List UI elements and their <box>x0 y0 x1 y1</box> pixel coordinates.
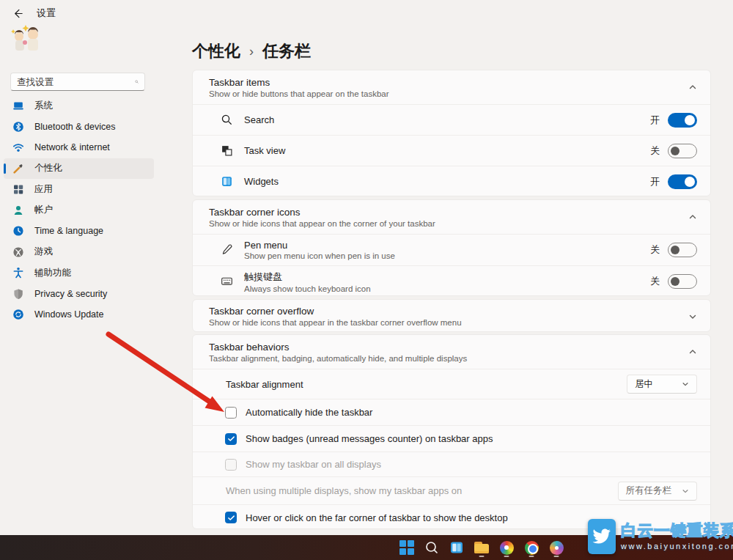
chrome-icon <box>525 541 539 555</box>
chevron-up-icon <box>688 213 697 221</box>
clock-globe-icon <box>12 225 24 237</box>
expander-taskbar-items[interactable]: Taskbar items Show or hide buttons that … <box>193 70 710 104</box>
row-touch-keyboard: 触摸键盘 Always show touch keyboard icon 关 <box>193 265 710 296</box>
row-widgets: Widgets 开 <box>193 166 710 196</box>
row-label: Show badges (unread messages counter) on… <box>246 433 493 444</box>
chrome-button[interactable] <box>523 538 539 557</box>
xbox-icon <box>12 246 24 258</box>
row-label: Taskbar alignment <box>226 379 303 390</box>
sidebar-item-apps[interactable]: 应用 <box>4 179 154 200</box>
row-label: Pen menu <box>244 240 395 251</box>
card-corner-overflow: Taskbar corner overflow Show or hide ico… <box>192 299 711 332</box>
toggle-state-label: 关 <box>650 275 660 288</box>
keyboard-icon <box>221 275 234 288</box>
sidebar-nav: 系统 Bluetooth & devices Network & interne… <box>4 95 154 325</box>
accessibility-person-icon <box>12 267 24 279</box>
widgets-toggle[interactable] <box>668 174 697 189</box>
breadcrumb-root[interactable]: 个性化 <box>192 40 240 62</box>
sidebar-item-gaming[interactable]: 游戏 <box>4 242 154 263</box>
start-button[interactable] <box>399 538 415 557</box>
all-displays-checkbox[interactable] <box>225 459 237 471</box>
settings-window: 设置 系统 Bluetooth & devices <box>0 0 733 560</box>
running-indicator <box>529 556 534 558</box>
expander-corner-overflow[interactable]: Taskbar corner overflow Show or hide ico… <box>193 300 710 332</box>
row-label: Show my taskbar on all displays <box>246 459 381 470</box>
search-glyph-icon <box>221 114 234 127</box>
file-explorer-button[interactable] <box>474 538 490 557</box>
widgets-icon <box>449 540 464 555</box>
sidebar-item-label: 个性化 <box>34 162 62 174</box>
sidebar-item-personalization[interactable]: 个性化 <box>4 158 154 180</box>
chevron-up-icon <box>688 347 697 356</box>
sidebar-item-privacy-security[interactable]: Privacy & security <box>4 284 154 305</box>
page-title: 任务栏 <box>262 40 311 62</box>
show-badges-checkbox[interactable] <box>225 433 237 445</box>
toggle-state-label: 开 <box>650 175 660 188</box>
card-taskbar-items: Taskbar items Show or hide buttons that … <box>192 70 711 196</box>
chevron-down-icon <box>682 487 689 495</box>
system-icon <box>12 100 24 111</box>
taskbar-widgets-button[interactable] <box>449 538 465 557</box>
hover-desktop-checkbox[interactable] <box>225 512 237 523</box>
section-title: Taskbar corner overflow <box>209 306 462 317</box>
sidebar-item-windows-update[interactable]: Windows Update <box>4 304 154 325</box>
row-show-badges: Show badges (unread messages counter) on… <box>193 425 710 452</box>
widgets-icon <box>221 175 234 188</box>
auto-hide-checkbox[interactable] <box>225 407 237 419</box>
taskbar-search-button[interactable] <box>424 538 440 557</box>
sidebar-item-label: 系统 <box>34 100 53 112</box>
watermark-title: 白云一键重装系统 <box>621 523 733 540</box>
paintbrush-icon <box>12 163 24 174</box>
running-indicator <box>479 556 485 558</box>
sidebar-item-label: Network & internet <box>34 142 110 152</box>
sidebar-item-label: Bluetooth & devices <box>34 122 116 132</box>
task-view-toggle[interactable] <box>668 144 697 158</box>
expander-taskbar-behaviors[interactable]: Taskbar behaviors Taskbar alignment, bad… <box>193 335 710 369</box>
wifi-icon <box>12 141 24 153</box>
avatar-image <box>9 22 44 57</box>
sidebar-item-label: 游戏 <box>34 246 53 258</box>
card-taskbar-behaviors: Taskbar behaviors Taskbar alignment, bad… <box>192 334 711 529</box>
folder-icon <box>474 542 489 553</box>
section-subtitle: Show or hide buttons that appear on the … <box>209 89 389 98</box>
sidebar-item-network-internet[interactable]: Network & internet <box>4 137 154 158</box>
expander-corner-icons[interactable]: Taskbar corner icons Show or hide icons … <box>193 200 710 234</box>
sidebar-item-time-language[interactable]: Time & language <box>4 221 154 242</box>
search-icon <box>135 77 139 86</box>
sidebar-item-system[interactable]: 系统 <box>4 95 154 117</box>
settings-search <box>10 73 145 91</box>
sidebar-item-label: Time & language <box>34 226 103 236</box>
search-icon <box>424 540 439 555</box>
sidebar-item-accessibility[interactable]: 辅助功能 <box>4 262 154 284</box>
running-indicator <box>554 556 559 558</box>
dropdown-value: 居中 <box>635 378 653 391</box>
search-toggle[interactable] <box>668 113 697 128</box>
sidebar-item-label: Privacy & security <box>34 289 107 299</box>
row-label: When using multiple displays, show my ta… <box>226 485 462 496</box>
titlebar: 设置 <box>12 7 56 20</box>
pen-icon <box>221 243 234 257</box>
browser-wheel-button[interactable] <box>498 538 515 557</box>
windows-logo-icon <box>399 540 414 555</box>
sidebar-item-accounts[interactable]: 帐户 <box>4 200 154 221</box>
row-label: Hover or click on the far corner of task… <box>246 512 508 523</box>
toggle-state-label: 关 <box>650 243 660 257</box>
alignment-dropdown[interactable]: 居中 <box>627 375 697 394</box>
chevron-down-icon <box>688 312 697 321</box>
touch-keyboard-toggle[interactable] <box>668 274 697 289</box>
chevron-down-icon <box>682 380 689 388</box>
back-button[interactable] <box>12 7 23 19</box>
pen-menu-toggle[interactable] <box>668 243 697 257</box>
paint-app-button[interactable] <box>548 538 564 557</box>
multi-display-dropdown[interactable]: 所有任务栏 <box>618 482 698 501</box>
running-indicator <box>504 556 509 558</box>
search-input[interactable] <box>17 77 135 87</box>
sidebar-item-label: 辅助功能 <box>34 267 71 279</box>
paint-palette-icon <box>550 541 564 555</box>
section-subtitle: Taskbar alignment, badging, automaticall… <box>209 354 467 363</box>
sidebar-item-bluetooth-devices[interactable]: Bluetooth & devices <box>4 117 154 138</box>
watermark-url: www.baiyunxitong.com <box>621 542 733 550</box>
sidebar-item-label: Windows Update <box>34 309 104 320</box>
chevron-up-icon <box>688 83 697 92</box>
section-title: Taskbar items <box>209 77 389 88</box>
